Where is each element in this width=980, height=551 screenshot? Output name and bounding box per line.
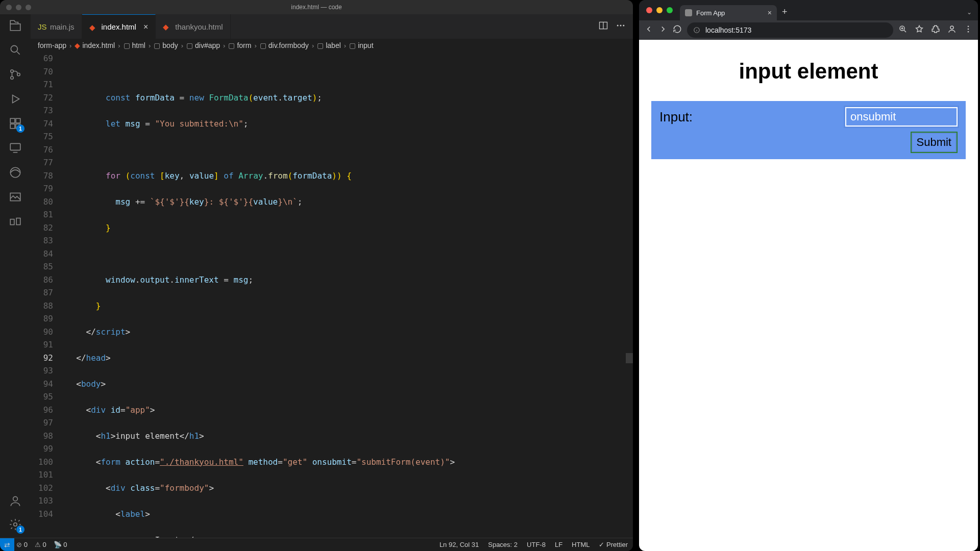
code-line: <label> (66, 508, 633, 521)
code-line: <div id="app"> (66, 404, 633, 417)
line-number-gutter: 6970717273747576777879808182838485868788… (31, 52, 59, 538)
breadcrumbs[interactable]: form-app› ◆ index.html› ▢ html› ▢ body› … (31, 39, 633, 52)
extensions-icon[interactable] (931, 24, 940, 36)
explorer-icon[interactable] (8, 18, 22, 33)
menu-icon[interactable] (964, 24, 973, 36)
minimap-scrollbar[interactable] (626, 52, 633, 538)
window-control-dots[interactable] (6, 5, 31, 10)
svg-rect-5 (16, 118, 20, 123)
chrome-tabstrip: Form App × + ⌄ (639, 0, 978, 20)
formatter[interactable]: ✓ Prettier (599, 541, 628, 548)
tab-thankyou-html[interactable]: ◆ thankyou.html (156, 14, 230, 39)
submit-button[interactable]: Submit (911, 132, 958, 153)
bc-body[interactable]: ▢ body (154, 41, 178, 49)
js-file-icon: JS (38, 22, 46, 31)
code-line: } (66, 221, 633, 235)
tab-title: Form App (696, 9, 725, 17)
close-icon[interactable]: × (768, 9, 772, 17)
code-editor[interactable]: 6970717273747576777879808182838485868788… (31, 52, 633, 538)
code-line: window.output.innerText = msg; (66, 273, 633, 287)
indent-setting[interactable]: Spaces: 2 (488, 541, 518, 548)
remote-explorer-icon[interactable] (8, 141, 22, 155)
favicon-icon (685, 9, 692, 16)
close-icon[interactable]: × (143, 22, 148, 32)
warnings-count[interactable]: ⚠ 0 (35, 541, 46, 548)
svg-point-0 (11, 45, 17, 52)
address-bar[interactable]: localhost:5173 (687, 22, 893, 38)
svg-point-2 (11, 77, 13, 79)
new-tab-button[interactable]: + (782, 7, 788, 17)
svg-point-23 (968, 29, 969, 30)
close-dot[interactable] (6, 5, 12, 10)
profile-icon[interactable] (947, 24, 957, 36)
code-line: <form action="./thankyou.html" method="g… (66, 456, 633, 469)
svg-point-16 (617, 25, 619, 27)
tab-main-js[interactable]: JS main.js (31, 14, 82, 39)
code-line (66, 143, 633, 157)
code-line: </head> (66, 352, 633, 365)
window-control-dots[interactable] (646, 7, 673, 13)
zoom-dot[interactable] (667, 7, 673, 13)
account-icon[interactable] (8, 494, 22, 508)
split-editor-icon[interactable] (598, 20, 608, 33)
bc-div-app[interactable]: ▢ div#app (186, 41, 220, 49)
settings-icon[interactable]: 1 (8, 517, 22, 532)
back-button[interactable] (644, 24, 653, 36)
info-icon (693, 27, 700, 34)
svg-point-18 (623, 25, 624, 27)
debug-icon[interactable] (8, 92, 22, 106)
code-content[interactable]: const formData = new FormData(event.targ… (59, 52, 633, 538)
svg-point-1 (11, 70, 13, 72)
input-field[interactable] (845, 107, 958, 127)
chevron-down-icon[interactable]: ⌄ (967, 9, 972, 16)
code-line: </script> (66, 325, 633, 339)
bc-file[interactable]: ◆ index.html (75, 41, 115, 49)
vscode-title: index.html — code (291, 4, 341, 11)
bc-input[interactable]: ▢ input (349, 41, 373, 49)
browser-tab[interactable]: Form App × (680, 5, 777, 20)
errors-count[interactable]: ⊘ 0 (16, 541, 28, 548)
code-line: let msg = "You submitted:\n"; (66, 117, 633, 131)
source-control-icon[interactable] (8, 67, 22, 82)
status-bar: ⇄ ⊘ 0 ⚠ 0 📡 0 Ln 92, Col 31 Spaces: 2 UT… (0, 538, 633, 551)
image-gallery-icon[interactable] (8, 190, 22, 204)
ports-count[interactable]: 📡 0 (54, 541, 67, 548)
extensions-badge: 1 (16, 124, 24, 133)
bc-form[interactable]: ▢ form (228, 41, 251, 49)
bc-html[interactable]: ▢ html (124, 41, 145, 49)
language-mode[interactable]: HTML (572, 541, 590, 548)
forward-button[interactable] (658, 24, 668, 36)
bc-root[interactable]: form-app (38, 41, 66, 49)
tab-label: thankyou.html (175, 22, 223, 31)
search-icon[interactable] (8, 43, 22, 57)
tab-index-html[interactable]: ◆ index.html × (82, 14, 156, 39)
zoom-dot[interactable] (26, 5, 31, 10)
reload-button[interactable] (673, 24, 682, 36)
edge-tools-icon[interactable] (8, 165, 22, 180)
chrome-window: Form App × + ⌄ localhost:5173 input (639, 0, 978, 551)
minimize-dot[interactable] (16, 5, 21, 10)
code-line: <div class="formbody"> (66, 482, 633, 495)
eol[interactable]: LF (555, 541, 562, 548)
svg-point-14 (14, 523, 17, 527)
encoding[interactable]: UTF-8 (527, 541, 546, 548)
code-line: const formData = new FormData(event.targ… (66, 91, 633, 105)
remote-indicator[interactable]: ⇄ (0, 538, 14, 552)
close-dot[interactable] (646, 7, 652, 13)
more-icon[interactable] (616, 20, 626, 33)
code-line: <span>Input:</span> (66, 534, 633, 538)
star-icon[interactable] (915, 24, 924, 36)
code-line: } (66, 299, 633, 313)
svg-rect-4 (10, 118, 15, 123)
chrome-toolbar: localhost:5173 (639, 20, 978, 40)
live-share-icon[interactable] (8, 214, 22, 229)
zoom-icon[interactable] (898, 24, 908, 36)
minimize-dot[interactable] (656, 7, 663, 13)
url-text: localhost:5173 (705, 26, 751, 34)
bc-label[interactable]: ▢ label (317, 41, 341, 49)
bc-formbody[interactable]: ▢ div.formbody (260, 41, 309, 49)
svg-point-3 (17, 73, 20, 76)
tab-label: index.html (102, 22, 136, 31)
extensions-icon[interactable]: 1 (8, 116, 22, 131)
cursor-position[interactable]: Ln 92, Col 31 (439, 541, 479, 548)
